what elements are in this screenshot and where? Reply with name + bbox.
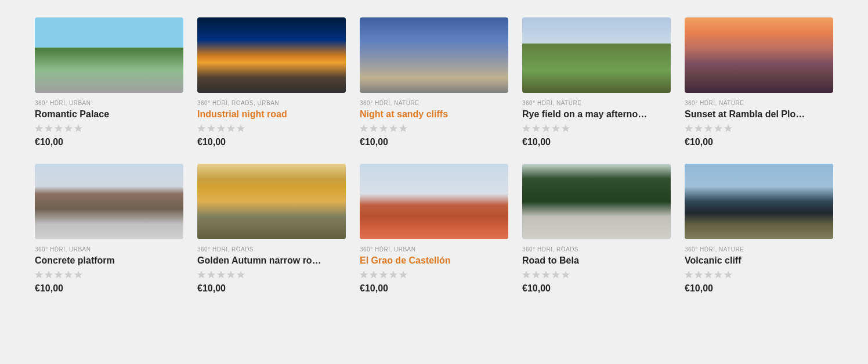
star-rating xyxy=(685,271,833,279)
product-card-sunset-rambla[interactable]: 360° HDRI, NATURE Sunset at Rambla del P… xyxy=(685,17,833,147)
star-1-icon xyxy=(35,271,43,279)
svg-marker-24 xyxy=(725,125,732,132)
svg-marker-44 xyxy=(562,271,570,278)
star-3-icon xyxy=(217,124,225,132)
star-1-icon xyxy=(35,124,43,132)
star-3-icon xyxy=(542,124,550,132)
product-card-romantic-palace[interactable]: 360° HDRI, URBAN Romantic Palace €10,00 xyxy=(35,17,183,147)
product-card-volcanic-cliff[interactable]: 360° HDRI, NATURE Volcanic cliff €10,00 xyxy=(685,164,833,294)
product-image-night-sandy-cliffs xyxy=(360,17,508,93)
star-5-icon xyxy=(562,271,570,279)
star-3-icon xyxy=(704,271,713,279)
product-image-sunset-rambla xyxy=(685,17,833,93)
star-2-icon xyxy=(695,124,703,132)
product-tags: 360° HDRI, ROADS xyxy=(197,246,346,253)
svg-marker-5 xyxy=(198,125,205,132)
star-3-icon xyxy=(55,124,63,132)
product-title: Sunset at Rambla del Plo… xyxy=(685,109,833,121)
product-title: Concrete platform xyxy=(35,255,183,267)
svg-marker-39 xyxy=(400,271,407,278)
product-price: €10,00 xyxy=(35,283,183,294)
star-5-icon xyxy=(74,271,82,279)
product-image-concrete-platform xyxy=(35,164,183,239)
star-3-icon xyxy=(704,124,713,132)
star-4-icon xyxy=(227,271,235,279)
star-rating xyxy=(35,124,183,132)
svg-marker-36 xyxy=(370,271,378,278)
star-5-icon xyxy=(237,124,245,132)
product-title: El Grao de Castellón xyxy=(360,255,508,267)
svg-marker-18 xyxy=(552,125,560,132)
product-image-industrial-night-road xyxy=(197,17,346,93)
product-title: Golden Autumn narrow ro… xyxy=(197,255,346,267)
svg-marker-13 xyxy=(390,125,397,132)
product-price: €10,00 xyxy=(197,283,346,294)
product-image-romantic-palace xyxy=(35,17,183,93)
product-image-volcanic-cliff xyxy=(685,164,833,239)
product-card-rye-field[interactable]: 360° HDRI, NATURE Rye field on a may aft… xyxy=(522,17,671,147)
product-card-road-bela[interactable]: 360° HDRI, ROADS Road to Bela €10,00 xyxy=(522,164,671,294)
svg-marker-4 xyxy=(75,125,82,132)
star-2-icon xyxy=(532,271,540,279)
product-image-road-bela xyxy=(522,164,671,239)
star-4-icon xyxy=(389,124,397,132)
svg-marker-35 xyxy=(360,271,368,278)
product-price: €10,00 xyxy=(685,137,833,147)
svg-marker-3 xyxy=(65,125,73,132)
product-card-el-grao[interactable]: 360° HDRI, URBAN El Grao de Castellón €1… xyxy=(360,164,508,294)
star-5-icon xyxy=(562,124,570,132)
star-3-icon xyxy=(379,271,388,279)
product-image-golden-autumn xyxy=(197,164,346,239)
product-tags: 360° HDRI, ROADS, URBAN xyxy=(197,100,346,106)
star-4-icon xyxy=(552,124,560,132)
svg-marker-34 xyxy=(237,271,245,278)
star-5-icon xyxy=(74,124,82,132)
product-card-golden-autumn[interactable]: 360° HDRI, ROADS Golden Autumn narrow ro… xyxy=(197,164,346,294)
product-tags: 360° HDRI, NATURE xyxy=(360,100,508,106)
product-card-concrete-platform[interactable]: 360° HDRI, URBAN Concrete platform €10,0… xyxy=(35,164,183,294)
star-4-icon xyxy=(64,271,73,279)
product-title: Night at sandy cliffs xyxy=(360,109,508,121)
svg-marker-21 xyxy=(695,125,703,132)
svg-marker-9 xyxy=(237,125,245,132)
svg-marker-23 xyxy=(715,125,722,132)
star-4-icon xyxy=(552,271,560,279)
product-tags: 360° HDRI, URBAN xyxy=(35,100,183,106)
svg-marker-20 xyxy=(685,125,693,132)
product-price: €10,00 xyxy=(360,137,508,147)
svg-marker-46 xyxy=(695,271,703,278)
star-5-icon xyxy=(399,271,407,279)
svg-marker-25 xyxy=(35,271,43,278)
svg-marker-15 xyxy=(523,125,530,132)
svg-marker-48 xyxy=(715,271,722,278)
star-rating xyxy=(360,271,508,279)
svg-marker-17 xyxy=(542,125,550,132)
svg-marker-0 xyxy=(35,125,43,132)
svg-marker-22 xyxy=(705,125,713,132)
star-1-icon xyxy=(197,271,205,279)
product-title: Rye field on a may afterno… xyxy=(522,109,671,121)
product-tags: 360° HDRI, NATURE xyxy=(685,246,833,253)
product-title: Volcanic cliff xyxy=(685,255,833,267)
product-title: Industrial night road xyxy=(197,109,346,121)
star-4-icon xyxy=(64,124,73,132)
product-grid: 360° HDRI, URBAN Romantic Palace €10,00 xyxy=(35,17,833,294)
svg-marker-16 xyxy=(533,125,540,132)
star-3-icon xyxy=(217,271,225,279)
star-3-icon xyxy=(542,271,550,279)
svg-marker-45 xyxy=(685,271,693,278)
star-4-icon xyxy=(714,124,722,132)
svg-marker-33 xyxy=(227,271,235,278)
product-card-night-sandy-cliffs[interactable]: 360° HDRI, NATURE Night at sandy cliffs … xyxy=(360,17,508,147)
svg-marker-42 xyxy=(542,271,550,278)
star-5-icon xyxy=(399,124,407,132)
product-card-industrial-night-road[interactable]: 360° HDRI, ROADS, URBAN Industrial night… xyxy=(197,17,346,147)
svg-marker-10 xyxy=(360,125,368,132)
star-5-icon xyxy=(724,124,732,132)
svg-marker-43 xyxy=(552,271,560,278)
star-rating xyxy=(522,271,671,279)
svg-marker-28 xyxy=(65,271,73,278)
svg-marker-38 xyxy=(390,271,397,278)
star-1-icon xyxy=(685,271,693,279)
svg-marker-11 xyxy=(370,125,378,132)
